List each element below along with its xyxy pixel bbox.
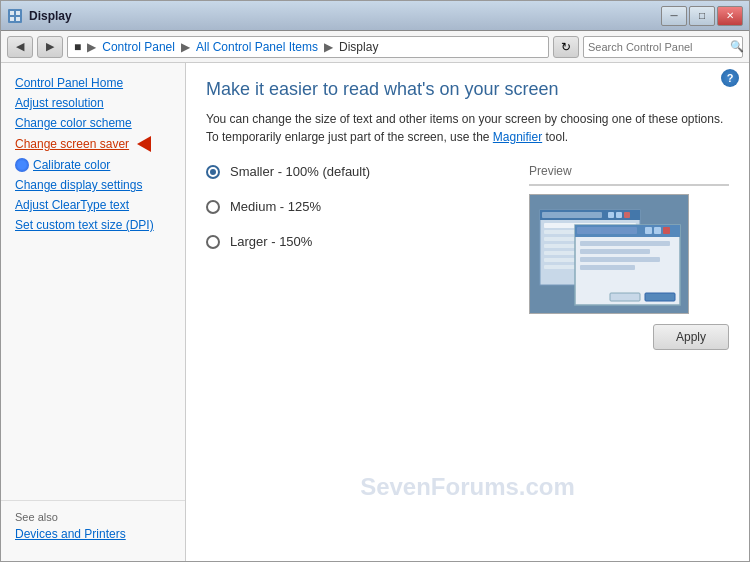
path-all-items[interactable]: All Control Panel Items bbox=[196, 40, 318, 54]
content-area: ? Make it easier to read what's on your … bbox=[186, 63, 749, 561]
sidebar-label-change-screen-saver: Change screen saver bbox=[15, 137, 129, 151]
content-desc-part1: You can change the size of text and othe… bbox=[206, 112, 723, 144]
refresh-button[interactable]: ↻ bbox=[553, 36, 579, 58]
sidebar-item-set-custom-text-size[interactable]: Set custom text size (DPI) bbox=[1, 215, 185, 235]
content-desc-part2: tool. bbox=[542, 130, 568, 144]
preview-svg bbox=[530, 195, 689, 314]
title-bar-left: Display bbox=[7, 8, 72, 24]
option-larger[interactable]: Larger - 150% bbox=[206, 234, 509, 249]
preview-image bbox=[529, 194, 689, 314]
svg-rect-22 bbox=[663, 227, 670, 234]
sidebar-label-adjust-resolution: Adjust resolution bbox=[15, 96, 104, 110]
option-smaller[interactable]: Smaller - 100% (default) bbox=[206, 164, 509, 179]
sidebar-item-change-display-settings[interactable]: Change display settings bbox=[1, 175, 185, 195]
content-title: Make it easier to read what's on your sc… bbox=[206, 79, 729, 100]
minimize-button[interactable]: ─ bbox=[661, 6, 687, 26]
title-bar-text: Display bbox=[29, 9, 72, 23]
sidebar-label-change-display-settings: Change display settings bbox=[15, 178, 142, 192]
close-button[interactable]: ✕ bbox=[717, 6, 743, 26]
magnifier-link[interactable]: Magnifier bbox=[493, 130, 542, 144]
option-larger-label: Larger - 150% bbox=[230, 234, 312, 249]
svg-rect-9 bbox=[608, 212, 614, 218]
sidebar-item-change-color-scheme[interactable]: Change color scheme bbox=[1, 113, 185, 133]
path-display: Display bbox=[339, 40, 378, 54]
option-medium[interactable]: Medium - 125% bbox=[206, 199, 509, 214]
option-smaller-label: Smaller - 100% (default) bbox=[230, 164, 370, 179]
svg-rect-29 bbox=[610, 293, 640, 301]
sidebar-label-control-panel-home: Control Panel Home bbox=[15, 76, 123, 90]
sidebar-item-calibrate-color[interactable]: Calibrate color bbox=[1, 155, 185, 175]
title-bar-controls: ─ □ ✕ bbox=[661, 6, 743, 26]
sidebar-label-adjust-cleartype: Adjust ClearType text bbox=[15, 198, 129, 212]
svg-rect-2 bbox=[16, 11, 20, 15]
sidebar-item-control-panel-home[interactable]: Control Panel Home bbox=[1, 73, 185, 93]
svg-rect-8 bbox=[542, 212, 602, 218]
svg-rect-23 bbox=[654, 227, 661, 234]
option-medium-label: Medium - 125% bbox=[230, 199, 321, 214]
svg-rect-11 bbox=[624, 212, 630, 218]
sidebar-label-calibrate-color: Calibrate color bbox=[33, 158, 110, 172]
radio-larger[interactable] bbox=[206, 235, 220, 249]
address-bar: ◀ ▶ ■ ▶ Control Panel ▶ All Control Pane… bbox=[1, 31, 749, 63]
svg-rect-10 bbox=[616, 212, 622, 218]
preview-column: Preview bbox=[529, 164, 729, 314]
help-icon[interactable]: ? bbox=[721, 69, 739, 87]
sidebar-label-set-custom-text-size: Set custom text size (DPI) bbox=[15, 218, 154, 232]
sidebar-item-devices-printers[interactable]: Devices and Printers bbox=[15, 527, 171, 541]
radio-smaller[interactable] bbox=[206, 165, 220, 179]
forward-button[interactable]: ▶ bbox=[37, 36, 63, 58]
svg-rect-1 bbox=[10, 11, 14, 15]
calibrate-icon bbox=[15, 158, 29, 172]
main-area: Control Panel Home Adjust resolution Cha… bbox=[1, 63, 749, 561]
sidebar: Control Panel Home Adjust resolution Cha… bbox=[1, 63, 186, 561]
search-input[interactable] bbox=[588, 41, 726, 53]
address-path: ■ ▶ Control Panel ▶ All Control Panel It… bbox=[67, 36, 549, 58]
svg-rect-30 bbox=[645, 293, 675, 301]
back-button[interactable]: ◀ bbox=[7, 36, 33, 58]
svg-rect-28 bbox=[580, 265, 635, 270]
sidebar-item-change-screen-saver[interactable]: Change screen saver bbox=[1, 133, 185, 155]
options-preview-row: Smaller - 100% (default) Medium - 125% L… bbox=[206, 164, 729, 314]
title-bar: Display ─ □ ✕ bbox=[1, 1, 749, 31]
svg-rect-21 bbox=[577, 227, 637, 234]
svg-rect-26 bbox=[580, 249, 650, 254]
main-window: Display ─ □ ✕ ◀ ▶ ■ ▶ Control Panel ▶ Al… bbox=[0, 0, 750, 562]
svg-rect-25 bbox=[580, 241, 670, 246]
arrow-icon bbox=[137, 136, 151, 152]
search-icon[interactable]: 🔍 bbox=[730, 40, 744, 53]
sidebar-item-adjust-resolution[interactable]: Adjust resolution bbox=[1, 93, 185, 113]
options-column: Smaller - 100% (default) Medium - 125% L… bbox=[206, 164, 509, 314]
content-description: You can change the size of text and othe… bbox=[206, 110, 729, 146]
sidebar-label-change-color-scheme: Change color scheme bbox=[15, 116, 132, 130]
maximize-button[interactable]: □ bbox=[689, 6, 715, 26]
watermark: SevenForums.com bbox=[360, 473, 575, 501]
preview-label: Preview bbox=[529, 164, 729, 178]
sidebar-bottom: See also Devices and Printers bbox=[1, 500, 185, 551]
svg-rect-27 bbox=[580, 257, 660, 262]
sidebar-item-adjust-cleartype[interactable]: Adjust ClearType text bbox=[1, 195, 185, 215]
see-also-label: See also bbox=[15, 511, 171, 523]
path-home-icon: ■ bbox=[74, 40, 81, 54]
path-control-panel[interactable]: Control Panel bbox=[102, 40, 175, 54]
radio-medium[interactable] bbox=[206, 200, 220, 214]
preview-divider bbox=[529, 184, 729, 186]
svg-rect-3 bbox=[10, 17, 14, 21]
search-box: 🔍 bbox=[583, 36, 743, 58]
window-icon bbox=[7, 8, 23, 24]
apply-row: Apply bbox=[206, 324, 729, 350]
svg-rect-4 bbox=[16, 17, 20, 21]
svg-rect-24 bbox=[645, 227, 652, 234]
apply-button[interactable]: Apply bbox=[653, 324, 729, 350]
